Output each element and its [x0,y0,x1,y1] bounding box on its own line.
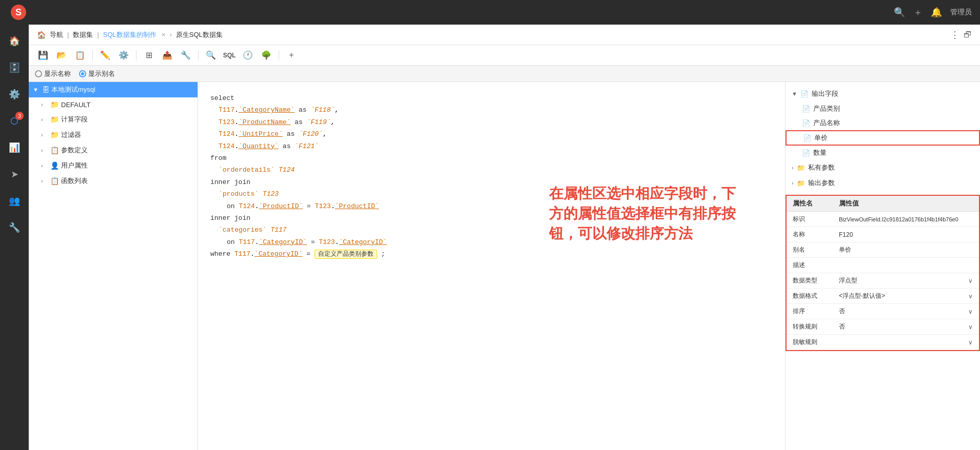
prop-value-sort[interactable]: 否 ∨ [839,307,973,316]
section-output-fields[interactable]: ▼ 📄 输出字段 [786,86,980,101]
field-cat-label: 产品类别 [813,104,840,113]
field-item-qty[interactable]: 📄 数量 [786,146,980,160]
sidebar-icon-settings[interactable]: ⚙️ [2,82,27,107]
tree-item-default[interactable]: › 📁 DEFAULT [29,97,198,112]
tree-params-label: 参数定义 [61,146,88,155]
toolbar-export-btn[interactable]: 📤 [159,48,175,63]
toolbar-table-btn[interactable]: 📋 [72,48,88,63]
svg-text:S: S [15,7,22,17]
prop-row-alias: 别名 单价 [787,242,979,258]
section-private-chevron: › [792,165,794,171]
breadcrumb-tab-close[interactable]: × [162,31,166,38]
sidebar-icon-components[interactable]: ⬡ 3 [2,109,27,133]
prop-row-convert: 转换规则 否 ∨ [787,319,979,335]
datatype-dropdown-arrow[interactable]: ∨ [968,277,973,284]
more-options-icon[interactable]: ⋮ [950,29,959,40]
sql-alias-f121: `F121` [295,142,319,150]
prop-name-desensitize: 脱敏规则 [793,338,839,346]
prop-value-name: F120 [839,231,973,238]
tree-item-filter[interactable]: › 📁 过滤器 [29,127,198,142]
toolbar-add-btn[interactable]: ＋ [283,48,300,63]
field-qty-label: 数量 [813,148,827,157]
sidebar-icon-user-settings[interactable]: 👥 [2,189,27,213]
field-item-cat[interactable]: 📄 产品类别 [786,101,980,116]
sql-on1-left-table: T124 [239,202,254,210]
toolbar-gear-btn[interactable]: 🔧 [178,48,194,63]
bell-icon[interactable]: 🔔 [931,7,942,18]
field-item-unitprice[interactable]: 📄 单价 [786,130,980,146]
sql-keyword-on1: on [227,202,239,210]
breadcrumb-next[interactable]: 原生SQL数据集 [176,30,223,39]
breadcrumb-sep3: › [169,31,171,38]
toolbar-grid-btn[interactable]: ⊞ [141,48,157,63]
main-layout: 🏠 🗄️ ⚙️ ⬡ 3 📊 ➤ 👥 🔧 🏠 导航 | [0,25,980,450]
prop-value-format[interactable]: <浮点型-默认值> ∨ [839,292,973,300]
sql-t124b: T124 [219,142,234,150]
user-name: 管理员 [950,8,972,17]
sidebar-icon-home[interactable]: 🏠 [2,29,27,53]
tree-root-label: 本地测试mysql [51,85,95,94]
convert-dropdown-arrow[interactable]: ∨ [968,323,973,331]
sql-editor[interactable]: select T117.`CategoryName` as `F118`, T1… [198,82,785,450]
search-icon[interactable]: 🔍 [894,7,905,18]
toolbar-settings2-btn[interactable]: ⚙️ [115,48,132,63]
tree-filter-icon: 📁 [50,131,59,139]
sql-table-categories: `categories` [219,226,267,234]
properties-panel: 属性名 属性值 标识 BizViewOutField.I2c91812a0176… [786,195,980,351]
prop-name-desc: 描述 [793,261,839,270]
section-output-params[interactable]: › 📁 输出参数 [786,175,980,191]
prop-alias-text: 单价 [839,246,851,254]
prop-value-desensitize[interactable]: ∨ [839,339,973,346]
breadcrumb-data[interactable]: 数据集 [73,30,93,39]
prop-name-text: F120 [839,231,853,238]
toolbar-open-btn[interactable]: 📂 [53,48,70,63]
breadcrumb-home[interactable]: 导航 [50,30,63,39]
toolbar-search-btn[interactable]: 🔍 [203,48,219,63]
breadcrumb-sep2: | [97,31,99,38]
desensitize-dropdown-arrow[interactable]: ∨ [968,339,973,346]
sort-dropdown-arrow[interactable]: ∨ [968,308,973,315]
prop-value-convert[interactable]: 否 ∨ [839,322,973,331]
prop-value-id: BizViewOutField.I2c91812a0176b1f4b1f4b76… [839,216,973,222]
tree-item-user-attr[interactable]: › 👤 用户属性 [29,158,198,173]
sql-alias-t124: T124 [279,166,295,174]
toolbar-sql-btn[interactable]: SQL [221,48,238,63]
tree-default-label: DEFAULT [61,101,91,109]
toolbar-edit-btn[interactable]: ✏️ [97,48,113,63]
format-dropdown-arrow[interactable]: ∨ [968,293,973,300]
tree-item-functions[interactable]: › 📋 函数列表 [29,173,198,189]
sidebar-icon-tools[interactable]: 🔧 [2,215,27,240]
logo[interactable]: S [8,2,29,23]
section-private-params[interactable]: › 📁 私有参数 [786,160,980,175]
field-item-prodname[interactable]: 📄 产品名称 [786,116,980,130]
sql-field-quantity: `Quantity` [239,142,279,150]
tree-root[interactable]: ▼ 🗄 本地测试mysql [29,82,198,97]
toolbar-clock-btn[interactable]: 🕐 [240,48,256,63]
tree-func-icon: 📋 [50,177,59,185]
field-cat-icon: 📄 [802,105,810,113]
prop-row-format: 数据格式 <浮点型-默认值> ∨ [787,289,979,304]
toolbar-save-btn[interactable]: 💾 [35,48,51,63]
toolbar-sep4 [279,50,279,60]
prop-value-datatype[interactable]: 浮点型 ∨ [839,276,973,285]
tree-item-calc[interactable]: › 📁 计算字段 [29,112,198,127]
radio-show-name[interactable]: 显示名称 [35,69,71,78]
breadcrumb-actions: ⋮ 🗗 [950,29,972,40]
add-icon[interactable]: ＋ [913,6,923,18]
sidebar-icon-arrow[interactable]: ➤ [2,162,27,187]
toolbar-tree-btn[interactable]: 🌳 [258,48,275,63]
radio-alias-dot [81,72,84,75]
toolbar: 💾 📂 📋 ✏️ ⚙️ ⊞ 📤 🔧 🔍 SQL 🕐 🌳 ＋ [29,45,980,66]
sidebar-icon-chart[interactable]: 📊 [2,135,27,160]
tree-item-params[interactable]: › 📋 参数定义 [29,142,198,158]
radio-alias-label: 显示别名 [88,69,115,78]
prop-name-name: 名称 [793,230,839,239]
section-output-label: 输出字段 [812,89,838,98]
tree-user-chevron: › [41,162,48,169]
window-icon[interactable]: 🗗 [964,30,972,39]
breadcrumb-active-tab[interactable]: SQL数据集的制作 [103,30,156,39]
prop-value-alias: 单价 [839,246,973,254]
prop-format-text: <浮点型-默认值> [839,292,885,300]
sidebar-icon-database[interactable]: 🗄️ [2,55,27,80]
radio-show-alias[interactable]: 显示别名 [79,69,115,78]
